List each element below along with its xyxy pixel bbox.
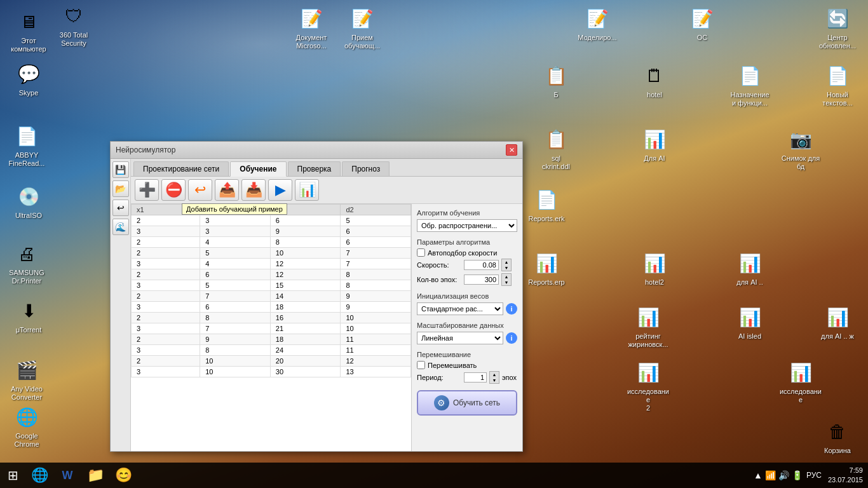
desktop-icon-recycle[interactable]: 🗑 Корзина — [812, 416, 863, 458]
reports-erp-label: Reports.erp — [528, 278, 564, 287]
desktop-icon-reports-erp[interactable]: 📊 Reports.erp — [521, 248, 572, 289]
table-cell: 5 — [200, 280, 271, 291]
export-button[interactable]: 📥 — [241, 179, 266, 201]
delete-button[interactable]: ⛔ — [161, 179, 186, 201]
desktop-icon-hotel[interactable]: 🗒 hotel — [629, 60, 680, 102]
scale-select[interactable]: Линейная — [417, 332, 503, 344]
epochs-down-button[interactable]: ▼ — [502, 280, 511, 285]
desktop-icon-abbyy[interactable]: 📄 ABBYYFineRead... — [1, 121, 52, 170]
run-button[interactable]: ▶ — [268, 179, 292, 201]
dlya-ai-icon: 📊 — [642, 126, 667, 152]
desktop-icon-reyting[interactable]: 📊 рейтингжириновск... — [623, 302, 674, 351]
tab-obuchenie[interactable]: Обучение — [230, 161, 286, 177]
add-example-button[interactable]: ➕ — [135, 179, 159, 201]
desktop-icon-utorrent[interactable]: ⬇ μTorrent — [3, 295, 54, 337]
issledovanie2-icon: 📊 — [788, 360, 813, 385]
table-row: 26128 — [132, 269, 411, 280]
desktop-icon-os[interactable]: 📝 ОС — [677, 3, 728, 44]
sidebar-back-button[interactable]: ↩ — [112, 200, 129, 216]
speed-up-button[interactable]: ▲ — [502, 259, 511, 265]
period-up-button[interactable]: ▲ — [490, 372, 499, 377]
auto-speed-checkbox[interactable] — [417, 248, 425, 257]
speed-label: Скорость: — [417, 261, 461, 269]
taskbar-word[interactable]: W — [53, 463, 81, 488]
desktop-icon-issledovanie1[interactable]: 📊 исследование2 — [623, 357, 674, 416]
speed-down-button[interactable]: ▼ — [502, 265, 511, 271]
desktop-icon-skype[interactable]: 💬 Skype — [3, 58, 54, 100]
lang-indicator[interactable]: РУС — [806, 471, 822, 480]
dlya-ai2-icon: 📊 — [737, 250, 763, 276]
epochs-up-button[interactable]: ▲ — [502, 274, 511, 280]
start-button[interactable]: ⊞ — [0, 463, 25, 488]
desktop-icon-modeliro[interactable]: 📝 Моделиро... — [572, 3, 623, 44]
desktop-icon-ai-isled[interactable]: 📊 AI isled — [724, 302, 775, 343]
desktop-icon-doc1[interactable]: 📝 ДокументMicroso... — [286, 3, 337, 53]
desktop-icon-naznach[interactable]: 📄 Назначениеи функци... — [724, 60, 775, 110]
tray-network-icon[interactable]: 📶 — [765, 470, 776, 480]
desktop-icon-sql[interactable]: 📋 sqlckrint.ddl — [531, 124, 581, 173]
taskbar-chrome[interactable]: 🌐 — [25, 463, 53, 488]
sidebar-open-button[interactable]: 📂 — [112, 180, 129, 197]
samsung-icon: 🖨 — [14, 241, 39, 266]
epochs-input[interactable] — [464, 274, 499, 285]
window-close-button[interactable]: ✕ — [506, 144, 517, 156]
desktop-icon-dlya-ai2[interactable]: 📊 для AI .. — [724, 248, 775, 289]
naznach-icon: 📄 — [737, 63, 763, 88]
desktop-icon-360[interactable]: 🛡 360 Total Security — [48, 1, 99, 50]
desktop-icon-centr[interactable]: 🔄 Центробновлен... — [812, 3, 863, 53]
table-cell: 5 — [200, 248, 271, 259]
period-input[interactable] — [464, 372, 487, 383]
init-select[interactable]: Стандартное рас... — [417, 302, 503, 315]
table-cell: 10 — [341, 313, 411, 323]
undo-button[interactable]: ↩ — [188, 179, 212, 201]
desktop-icon-chrome[interactable]: 🌐 GoogleChrome — [1, 402, 52, 451]
desktop-icon-dlya-ai[interactable]: 📊 Для AI — [629, 124, 680, 165]
table-cell: 18 — [270, 334, 341, 345]
sidebar-save-button[interactable]: 💾 — [112, 161, 129, 178]
issledovanie1-label: исследование2 — [625, 388, 671, 413]
init-info-button[interactable]: i — [506, 303, 517, 315]
algo-select[interactable]: Обр. распространени... — [417, 219, 517, 232]
tray-arrow-icon[interactable]: ▲ — [754, 470, 763, 480]
desktop-icon-issledovanie2[interactable]: 📊 исследование — [775, 357, 826, 407]
chrome-icon: 🌐 — [14, 404, 39, 430]
modeliro-icon: 📝 — [585, 6, 610, 31]
desktop-icon-reports-erk[interactable]: 📄 Reports.erk — [521, 184, 572, 226]
desktop-icon-novyi[interactable]: 📄 Новыйтекстов... — [812, 60, 863, 110]
tab-prognoz[interactable]: Прогноз — [342, 161, 390, 176]
desktop-icon-b[interactable]: 📋 Б — [531, 60, 581, 102]
table-cell: 3 — [132, 302, 200, 313]
tab-proektirovanie[interactable]: Проектирование сети — [133, 161, 229, 176]
table-cell: 10 — [200, 356, 271, 367]
app-window: Нейросимулятор ✕ 💾 📂 ↩ 🌊 Проектирование … — [110, 141, 523, 452]
scale-info-button[interactable]: i — [506, 332, 517, 344]
video-label: Any VideoConverter — [11, 385, 43, 402]
tab-proverka[interactable]: Проверка — [288, 161, 341, 176]
chart-button[interactable]: 📊 — [295, 179, 319, 201]
right-panel: Алгоритм обучения Обр. распространени...… — [411, 204, 522, 451]
desktop-icon-video[interactable]: 🎬 Any VideoConverter — [1, 355, 52, 404]
desktop-icon-snimok[interactable]: 📷 Снимок длябд — [775, 124, 826, 173]
taskbar-agent[interactable]: 😊 — [109, 463, 137, 488]
table-cell: 7 — [200, 291, 271, 302]
shuffle-checkbox[interactable] — [417, 361, 425, 369]
toolbar: ➕ ⛔ ↩ 📤 📥 ▶ 📊 Добавить обучающий пример — [131, 177, 522, 204]
import-button[interactable]: 📤 — [215, 179, 239, 201]
sidebar-network-button[interactable]: 🌊 — [112, 219, 129, 235]
utorrent-icon: ⬇ — [16, 298, 41, 323]
tray-power-icon[interactable]: 🔋 — [792, 470, 803, 480]
period-down-button[interactable]: ▼ — [490, 377, 499, 383]
data-table-area[interactable]: x1 x2 d1 d2 2365339624862510734127261283… — [131, 204, 411, 451]
desktop-icon-dlya-ai-j[interactable]: 📊 для AI .. ж — [812, 302, 863, 343]
train-network-button[interactable]: ⚙ Обучить сеть — [417, 390, 517, 416]
desktop-icon-hotel2[interactable]: 📊 hotel2 — [629, 248, 680, 289]
table-cell: 15 — [270, 280, 341, 291]
tray-speaker-icon[interactable]: 🔊 — [778, 470, 789, 480]
desktop-icon-computer[interactable]: 🖥 Этоткомпьютер — [3, 6, 54, 56]
speed-input[interactable] — [464, 260, 499, 270]
dlya-ai2-label: для AI .. — [736, 278, 763, 287]
taskbar-explorer[interactable]: 📁 — [81, 463, 109, 488]
desktop-icon-doc2[interactable]: 📝 Приемобучающ... — [337, 3, 388, 53]
desktop-icon-samsung[interactable]: 🖨 SAMSUNGDr.Printer — [1, 238, 52, 288]
desktop-icon-ultraiso[interactable]: 💿 UltraISO — [3, 181, 54, 222]
